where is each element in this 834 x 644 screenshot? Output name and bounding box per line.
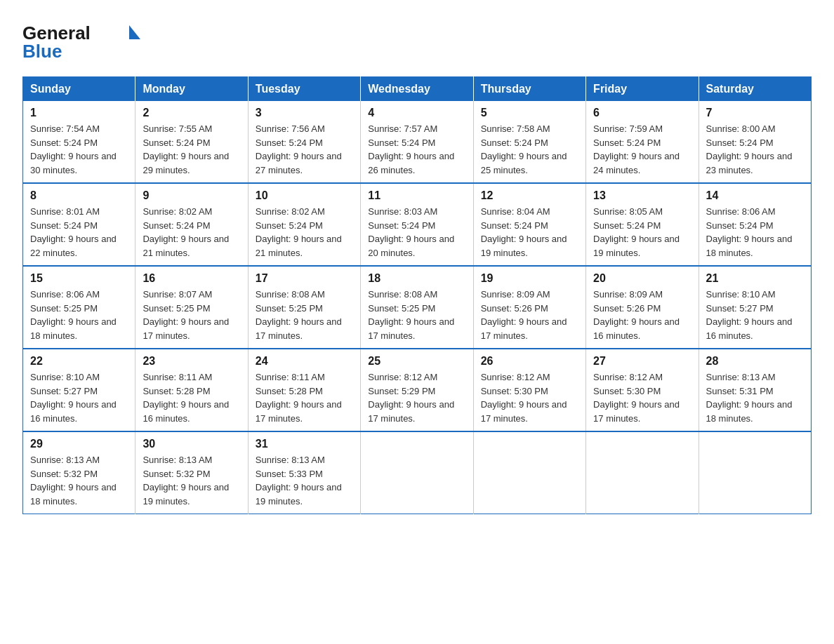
day-number: 27 bbox=[593, 355, 691, 368]
calendar-week-2: 8 Sunrise: 8:01 AMSunset: 5:24 PMDayligh… bbox=[23, 183, 812, 266]
day-number: 13 bbox=[593, 189, 691, 202]
day-number: 6 bbox=[593, 107, 691, 119]
day-number: 29 bbox=[30, 438, 128, 450]
day-number: 11 bbox=[368, 189, 465, 202]
day-info: Sunrise: 8:08 AMSunset: 5:25 PMDaylight:… bbox=[256, 289, 342, 341]
calendar-cell: 2 Sunrise: 7:55 AMSunset: 5:24 PMDayligh… bbox=[135, 101, 248, 183]
day-info: Sunrise: 8:13 AMSunset: 5:32 PMDaylight:… bbox=[143, 455, 229, 507]
calendar-cell: 29 Sunrise: 8:13 AMSunset: 5:32 PMDaylig… bbox=[23, 431, 135, 514]
day-info: Sunrise: 8:11 AMSunset: 5:28 PMDaylight:… bbox=[143, 372, 229, 424]
day-number: 14 bbox=[706, 189, 804, 202]
day-info: Sunrise: 8:12 AMSunset: 5:30 PMDaylight:… bbox=[481, 372, 567, 424]
day-number: 10 bbox=[256, 189, 353, 202]
calendar-cell: 10 Sunrise: 8:02 AMSunset: 5:24 PMDaylig… bbox=[248, 183, 360, 266]
calendar-cell: 1 Sunrise: 7:54 AMSunset: 5:24 PMDayligh… bbox=[23, 101, 135, 183]
day-info: Sunrise: 7:59 AMSunset: 5:24 PMDaylight:… bbox=[593, 123, 680, 175]
day-number: 23 bbox=[143, 355, 240, 368]
day-info: Sunrise: 8:07 AMSunset: 5:25 PMDaylight:… bbox=[143, 289, 229, 341]
calendar-cell: 7 Sunrise: 8:00 AMSunset: 5:24 PMDayligh… bbox=[699, 101, 811, 183]
day-number: 24 bbox=[256, 355, 353, 368]
day-info: Sunrise: 7:56 AMSunset: 5:24 PMDaylight:… bbox=[256, 123, 342, 175]
day-info: Sunrise: 8:10 AMSunset: 5:27 PMDaylight:… bbox=[706, 289, 793, 341]
day-number: 5 bbox=[481, 107, 578, 119]
column-header-tuesday: Tuesday bbox=[248, 77, 360, 102]
calendar-cell: 20 Sunrise: 8:09 AMSunset: 5:26 PMDaylig… bbox=[586, 266, 699, 349]
day-info: Sunrise: 7:57 AMSunset: 5:24 PMDaylight:… bbox=[368, 123, 454, 175]
column-header-thursday: Thursday bbox=[473, 77, 585, 102]
logo-svg: General Blue bbox=[22, 17, 149, 62]
day-number: 3 bbox=[256, 107, 353, 119]
column-header-monday: Monday bbox=[135, 77, 248, 102]
svg-text:Blue: Blue bbox=[22, 41, 62, 62]
day-number: 12 bbox=[481, 189, 578, 202]
calendar-cell: 27 Sunrise: 8:12 AMSunset: 5:30 PMDaylig… bbox=[586, 349, 699, 431]
day-info: Sunrise: 8:12 AMSunset: 5:29 PMDaylight:… bbox=[368, 372, 454, 424]
day-info: Sunrise: 7:55 AMSunset: 5:24 PMDaylight:… bbox=[143, 123, 229, 175]
column-header-friday: Friday bbox=[586, 77, 699, 102]
day-number: 9 bbox=[143, 189, 240, 202]
day-number: 18 bbox=[368, 272, 465, 285]
calendar-cell: 26 Sunrise: 8:12 AMSunset: 5:30 PMDaylig… bbox=[473, 349, 585, 431]
day-info: Sunrise: 8:04 AMSunset: 5:24 PMDaylight:… bbox=[481, 206, 567, 258]
calendar-cell: 14 Sunrise: 8:06 AMSunset: 5:24 PMDaylig… bbox=[699, 183, 811, 266]
column-header-wednesday: Wednesday bbox=[361, 77, 473, 102]
column-header-saturday: Saturday bbox=[699, 77, 811, 102]
day-info: Sunrise: 8:09 AMSunset: 5:26 PMDaylight:… bbox=[481, 289, 567, 341]
calendar-table: SundayMondayTuesdayWednesdayThursdayFrid… bbox=[22, 76, 812, 514]
calendar-cell: 16 Sunrise: 8:07 AMSunset: 5:25 PMDaylig… bbox=[135, 266, 248, 349]
day-number: 25 bbox=[368, 355, 465, 368]
logo: General Blue bbox=[22, 17, 149, 62]
day-info: Sunrise: 7:58 AMSunset: 5:24 PMDaylight:… bbox=[481, 123, 567, 175]
calendar-cell: 15 Sunrise: 8:06 AMSunset: 5:25 PMDaylig… bbox=[23, 266, 135, 349]
calendar-cell: 31 Sunrise: 8:13 AMSunset: 5:33 PMDaylig… bbox=[248, 431, 360, 514]
calendar-cell: 24 Sunrise: 8:11 AMSunset: 5:28 PMDaylig… bbox=[248, 349, 360, 431]
calendar-cell bbox=[473, 431, 585, 514]
calendar-cell bbox=[699, 431, 811, 514]
day-info: Sunrise: 8:06 AMSunset: 5:24 PMDaylight:… bbox=[706, 206, 793, 258]
day-info: Sunrise: 8:01 AMSunset: 5:24 PMDaylight:… bbox=[30, 206, 117, 258]
calendar-cell: 12 Sunrise: 8:04 AMSunset: 5:24 PMDaylig… bbox=[473, 183, 585, 266]
calendar-week-3: 15 Sunrise: 8:06 AMSunset: 5:25 PMDaylig… bbox=[23, 266, 812, 349]
calendar-cell: 5 Sunrise: 7:58 AMSunset: 5:24 PMDayligh… bbox=[473, 101, 585, 183]
svg-marker-1 bbox=[129, 25, 140, 39]
day-number: 2 bbox=[143, 107, 240, 119]
day-info: Sunrise: 8:12 AMSunset: 5:30 PMDaylight:… bbox=[593, 372, 680, 424]
day-info: Sunrise: 8:02 AMSunset: 5:24 PMDaylight:… bbox=[143, 206, 229, 258]
day-number: 26 bbox=[481, 355, 578, 368]
day-info: Sunrise: 8:13 AMSunset: 5:33 PMDaylight:… bbox=[256, 455, 342, 507]
day-number: 8 bbox=[30, 189, 128, 202]
page-header: General Blue bbox=[22, 17, 812, 62]
day-info: Sunrise: 8:11 AMSunset: 5:28 PMDaylight:… bbox=[256, 372, 342, 424]
calendar-week-4: 22 Sunrise: 8:10 AMSunset: 5:27 PMDaylig… bbox=[23, 349, 812, 431]
day-info: Sunrise: 8:13 AMSunset: 5:31 PMDaylight:… bbox=[706, 372, 793, 424]
calendar-cell: 3 Sunrise: 7:56 AMSunset: 5:24 PMDayligh… bbox=[248, 101, 360, 183]
calendar-cell: 28 Sunrise: 8:13 AMSunset: 5:31 PMDaylig… bbox=[699, 349, 811, 431]
day-number: 17 bbox=[256, 272, 353, 285]
day-number: 30 bbox=[143, 438, 240, 450]
calendar-week-5: 29 Sunrise: 8:13 AMSunset: 5:32 PMDaylig… bbox=[23, 431, 812, 514]
calendar-week-1: 1 Sunrise: 7:54 AMSunset: 5:24 PMDayligh… bbox=[23, 101, 812, 183]
day-number: 7 bbox=[706, 107, 804, 119]
day-number: 31 bbox=[256, 438, 353, 450]
calendar-cell: 6 Sunrise: 7:59 AMSunset: 5:24 PMDayligh… bbox=[586, 101, 699, 183]
column-header-sunday: Sunday bbox=[23, 77, 135, 102]
day-number: 21 bbox=[706, 272, 804, 285]
day-number: 20 bbox=[593, 272, 691, 285]
day-info: Sunrise: 8:13 AMSunset: 5:32 PMDaylight:… bbox=[30, 455, 117, 507]
calendar-cell: 22 Sunrise: 8:10 AMSunset: 5:27 PMDaylig… bbox=[23, 349, 135, 431]
calendar-cell: 9 Sunrise: 8:02 AMSunset: 5:24 PMDayligh… bbox=[135, 183, 248, 266]
day-info: Sunrise: 7:54 AMSunset: 5:24 PMDaylight:… bbox=[30, 123, 117, 175]
day-info: Sunrise: 8:09 AMSunset: 5:26 PMDaylight:… bbox=[593, 289, 680, 341]
calendar-cell: 30 Sunrise: 8:13 AMSunset: 5:32 PMDaylig… bbox=[135, 431, 248, 514]
day-number: 19 bbox=[481, 272, 578, 285]
day-number: 22 bbox=[30, 355, 128, 368]
calendar-cell bbox=[586, 431, 699, 514]
day-info: Sunrise: 8:00 AMSunset: 5:24 PMDaylight:… bbox=[706, 123, 793, 175]
calendar-cell: 18 Sunrise: 8:08 AMSunset: 5:25 PMDaylig… bbox=[361, 266, 473, 349]
calendar-cell: 17 Sunrise: 8:08 AMSunset: 5:25 PMDaylig… bbox=[248, 266, 360, 349]
calendar-cell: 11 Sunrise: 8:03 AMSunset: 5:24 PMDaylig… bbox=[361, 183, 473, 266]
calendar-cell: 13 Sunrise: 8:05 AMSunset: 5:24 PMDaylig… bbox=[586, 183, 699, 266]
calendar-cell: 4 Sunrise: 7:57 AMSunset: 5:24 PMDayligh… bbox=[361, 101, 473, 183]
calendar-cell bbox=[361, 431, 473, 514]
calendar-cell: 8 Sunrise: 8:01 AMSunset: 5:24 PMDayligh… bbox=[23, 183, 135, 266]
